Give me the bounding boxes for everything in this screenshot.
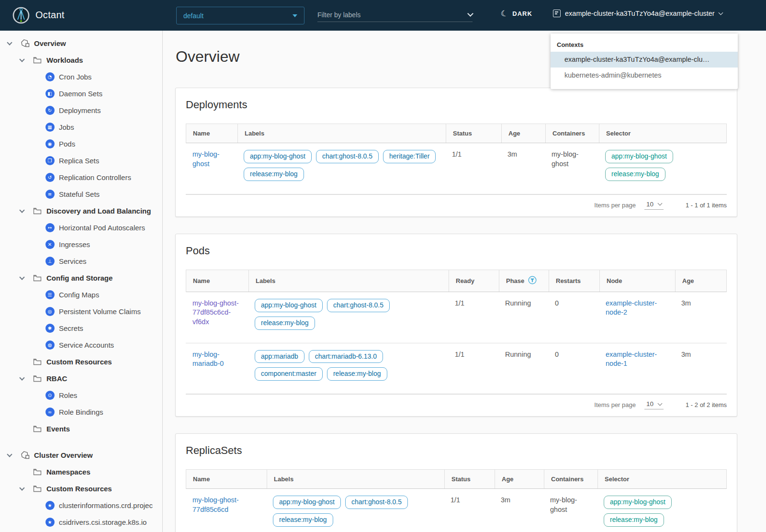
sidebar-item-daemon-sets[interactable]: ◧Daemon Sets <box>0 85 162 102</box>
sidebar-item-jobs[interactable]: ▦Jobs <box>0 119 162 136</box>
namespace-selected-value: default <box>183 12 293 20</box>
sidebar-item-roles[interactable]: ⊙Roles <box>0 387 162 404</box>
sidebar-item-deployments[interactable]: ↻Deployments <box>0 102 162 119</box>
sidebar-item-role-bindings[interactable]: ∞Role Bindings <box>0 404 162 420</box>
chevron-down-icon[interactable] <box>18 377 33 380</box>
column-header-status: Status <box>446 124 501 143</box>
sidebar-item-cron-jobs[interactable]: ◔Cron Jobs <box>0 68 162 85</box>
resource-link[interactable]: my-blog-ghost-77df85c6cd <box>192 496 239 513</box>
column-header-containers: Containers <box>544 470 597 488</box>
role-bindings-icon: ∞ <box>45 407 55 417</box>
sidebar-item-discovery-and-load-balancing[interactable]: Discovery and Load Balancing <box>0 203 162 219</box>
folder-icon <box>33 206 42 216</box>
filter-by-labels-select[interactable]: Filter by labels <box>317 8 473 22</box>
resource-link[interactable]: my-blog-ghost-77df85c6cd-vf6dx <box>192 299 239 326</box>
sidebar-item-ingresses[interactable]: ✕Ingresses <box>0 236 162 253</box>
sidebar-item-csidrivers-csi-storage-k8s-io[interactable]: ★csidrivers.csi.storage.k8s.io <box>0 514 162 531</box>
sidebar-item-label: Ingresses <box>59 240 90 249</box>
sidebar-item-cluster-overview[interactable]: Cluster Overview <box>0 447 162 464</box>
sidebar-item-label: Discovery and Load Balancing <box>46 207 151 215</box>
chevron-down-icon[interactable] <box>18 277 33 279</box>
cell-text: 1/1 <box>452 150 462 158</box>
sidebar-item-namespaces[interactable]: Namespaces <box>0 464 162 480</box>
cell-ready: 1/1 <box>448 343 498 394</box>
chevron-down-icon[interactable] <box>6 42 20 45</box>
chevron-down-icon[interactable] <box>18 487 33 490</box>
cell-text: 3m <box>507 150 517 158</box>
tag-line: app:mariadbchart:mariadb-6.13.0 <box>255 350 440 363</box>
sidebar-item-label: Deployments <box>59 106 101 114</box>
sidebar-item-custom-resources[interactable]: Custom Resources <box>0 480 162 497</box>
column-header-selector: Selector <box>597 470 726 488</box>
cell-node: example-cluster-node-1 <box>599 343 675 394</box>
chevron-down-icon[interactable] <box>6 454 20 456</box>
sidebar-item-config-maps[interactable]: ☰Config Maps <box>0 286 162 303</box>
sidebar-item-config-and-storage[interactable]: Config and Storage <box>0 270 162 286</box>
chevron-down-icon[interactable] <box>18 210 33 212</box>
sidebar-item-service-accounts[interactable]: ◍Service Accounts <box>0 337 162 353</box>
sidebar-item-overview[interactable]: Overview <box>0 35 162 52</box>
sidebar-item-services[interactable]: ⊥Services <box>0 253 162 270</box>
cell-node: example-cluster-node-2 <box>599 292 675 343</box>
dark-theme-toggle[interactable]: ☾ DARK <box>501 10 532 18</box>
cell-selector: app:my-blog-ghostrelease:my-blog <box>597 489 727 532</box>
tag-line: app:my-blog-ghost <box>604 496 719 509</box>
sidebar-item-label: Cluster Overview <box>34 451 93 459</box>
sidebar-item-secrets[interactable]: ✱Secrets <box>0 320 162 337</box>
deployments-icon: ↻ <box>45 106 55 115</box>
persistent-volume-claims-icon: ◎ <box>45 307 55 317</box>
cell-labels: app:my-blog-ghostchart:ghost-8.0.5releas… <box>248 292 448 343</box>
cell-name: my-blog-ghost <box>186 143 237 194</box>
sidebar-item-events[interactable]: Events <box>0 420 162 437</box>
namespace-select[interactable]: default <box>176 7 304 24</box>
cell-labels: app:my-blog-ghostchart:ghost-8.0.5releas… <box>266 489 444 532</box>
resource-link[interactable]: my-blog-mariadb-0 <box>192 351 224 368</box>
table-row: my-blog-mariadb-0app:mariadbchart:mariad… <box>186 343 727 395</box>
page-size-value: 10 <box>646 201 653 208</box>
context-menu-item-kubernetes-admin-kubernetes[interactable]: kubernetes-admin@kubernetes <box>551 68 738 83</box>
sidebar-item-stateful-sets[interactable]: ≡Stateful Sets <box>0 186 162 203</box>
sidebar-item-pods[interactable]: ◉Pods <box>0 136 162 152</box>
tag-line: release:my-blog <box>255 317 440 330</box>
sidebar-item-label: Replication Controllers <box>59 173 131 181</box>
sidebar-item-rbac[interactable]: RBAC <box>0 370 162 387</box>
column-header-node: Node <box>599 270 675 292</box>
page-size-select[interactable]: 10 <box>644 400 664 409</box>
tag-line: app:my-blog-ghostchart:ghost-8.0.5herita… <box>244 150 438 163</box>
card-title: Deployments <box>186 99 727 111</box>
sidebar-item-replication-controllers[interactable]: ↺Replication Controllers <box>0 169 162 186</box>
cell-ready: 1/1 <box>448 292 498 343</box>
context-menu-item-example-cluster-ka3tutzyo4a-example-clu[interactable]: example-cluster-ka3TuTzYo4a@example-clu… <box>551 52 738 68</box>
resource-link[interactable]: example-cluster-node-2 <box>606 299 657 317</box>
selector-tag: release:my-blog <box>604 513 664 527</box>
sidebar-item-horizontal-pod-autoscalers[interactable]: ↔Horizontal Pod Autoscalers <box>0 219 162 236</box>
sidebar-item-custom-resources[interactable]: Custom Resources <box>0 353 162 370</box>
resource-link[interactable]: my-blog-ghost <box>192 150 219 168</box>
sidebar-item-workloads[interactable]: Workloads <box>0 52 162 68</box>
cell-containers: my-blog-ghost <box>545 143 598 194</box>
cell-status: 1/1 <box>445 143 501 194</box>
context-selector-button[interactable]: example-cluster-ka3TuTzYo4a@example-clus… <box>553 10 722 17</box>
items-per-page-label: Items per page <box>594 401 636 408</box>
page-size-value: 10 <box>646 400 653 407</box>
cell-text: 3m <box>681 351 691 358</box>
app-title: Octant <box>35 10 65 21</box>
label-tag: release:my-blog <box>244 168 304 181</box>
resource-link[interactable]: example-cluster-node-1 <box>606 351 657 368</box>
column-header-labels: Labels <box>267 470 444 488</box>
chevron-down-icon[interactable] <box>18 59 33 61</box>
sidebar-item-label: Stateful Sets <box>59 190 100 198</box>
sidebar-item-replica-sets[interactable]: ❐Replica Sets <box>0 152 162 169</box>
page-size-select[interactable]: 10 <box>644 201 664 210</box>
pods-icon: ◉ <box>45 139 55 149</box>
cell-selector: app:my-blog-ghostrelease:my-blog <box>598 143 727 194</box>
sidebar-item-label: Role Bindings <box>59 408 103 416</box>
sidebar-item-clusterinformations-crd-projec[interactable]: ★clusterinformations.crd.projec <box>0 497 162 514</box>
filter-funnel-icon[interactable] <box>528 276 537 286</box>
deployments-card: DeploymentsNameLabelsStatusAgeContainers… <box>175 88 737 217</box>
sidebar-item-label: Replica Sets <box>59 157 99 165</box>
sidebar-item-persistent-volume-claims[interactable]: ◎Persistent Volume Claims <box>0 303 162 320</box>
folder-icon <box>33 484 42 494</box>
tag-line: app:my-blog-ghostchart:ghost-8.0.5 <box>255 299 440 312</box>
cell-text: 0 <box>555 351 559 358</box>
